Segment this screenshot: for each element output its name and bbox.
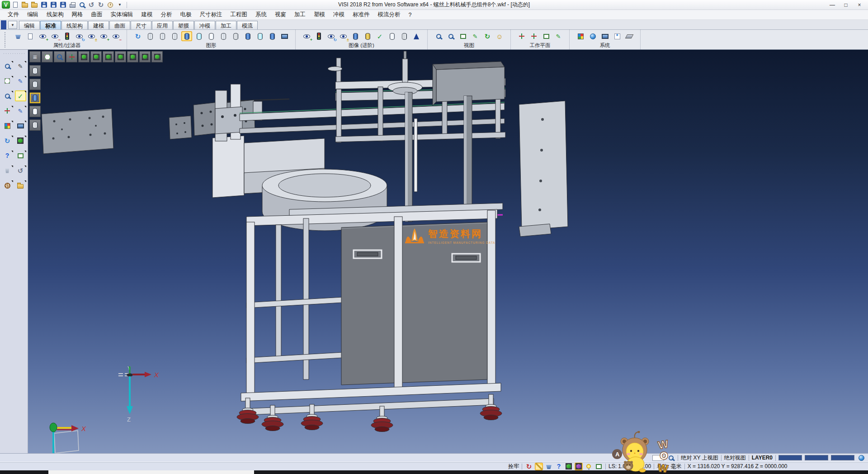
view-bottom-icon-glyph[interactable] <box>91 52 102 62</box>
tab-加工[interactable]: 加工 <box>216 21 236 29</box>
transparent-mode-icon[interactable] <box>206 31 217 41</box>
view-left-icon-glyph[interactable] <box>103 52 114 62</box>
adv-mesh-icon[interactable] <box>399 31 410 41</box>
menu-item-1[interactable]: 编辑 <box>23 10 42 19</box>
menu-item-8[interactable]: 电极 <box>176 10 196 19</box>
delete-entities-icon-glyph[interactable] <box>2 166 13 175</box>
hide-entities-icon[interactable]: − <box>49 31 60 41</box>
adv-shadow-icon[interactable] <box>411 31 422 41</box>
export-file-icon[interactable] <box>15 180 26 191</box>
zoom-all-icon[interactable] <box>433 31 444 41</box>
regen-graphics-icon[interactable]: ↻ <box>132 31 143 41</box>
shade-copy-icon[interactable] <box>267 31 278 41</box>
export-file-icon-glyph[interactable] <box>15 180 26 190</box>
view-back-icon[interactable] <box>139 51 151 62</box>
shade-hidden-line-icon[interactable] <box>29 79 41 90</box>
curve-edit-icon[interactable]: ✎ <box>15 105 26 116</box>
measure-distance-icon-glyph[interactable] <box>15 151 26 161</box>
view-annotate-icon[interactable]: ✎ <box>470 31 481 41</box>
snap-refresh-icon[interactable]: ↻ <box>525 463 533 470</box>
shaded-mode-icon[interactable] <box>181 31 192 41</box>
view-plane-icon[interactable] <box>458 31 468 41</box>
adv-visibility-icon[interactable]: + <box>301 31 312 41</box>
system-plane-icon[interactable] <box>624 31 635 41</box>
menu-item-14[interactable]: 塑模 <box>310 10 329 19</box>
lock-mode-label[interactable]: 拴牢 <box>508 463 519 470</box>
mesh-mode-icon[interactable] <box>230 31 241 41</box>
system-globe-icon[interactable] <box>587 31 598 41</box>
hide-all-icon[interactable]: − <box>110 31 121 41</box>
tab-线架构[interactable]: 线架构 <box>61 21 88 29</box>
shade-solid-icon-glyph[interactable] <box>30 93 41 103</box>
tab-曲面[interactable]: 曲面 <box>109 21 130 29</box>
shade-ghost-icon[interactable] <box>29 106 41 117</box>
wireframe-mode-icon[interactable] <box>145 31 156 41</box>
tab-模流[interactable]: 模流 <box>237 21 258 29</box>
view-left-icon[interactable] <box>103 51 114 62</box>
fill-attribute-icon[interactable] <box>545 463 553 470</box>
menu-item-17[interactable]: 模流分析 <box>374 10 405 19</box>
view-right-icon[interactable] <box>115 51 126 62</box>
maximize-button[interactable]: □ <box>839 1 853 9</box>
show-entities-icon[interactable]: + <box>37 31 48 41</box>
undo-action-icon[interactable]: ↺ <box>15 165 26 176</box>
zoom-window-icon[interactable] <box>54 51 65 62</box>
attribute-edit-icon[interactable] <box>13 31 24 41</box>
visi-logo[interactable]: V <box>2 1 10 9</box>
confirm-check-icon-glyph[interactable]: ✓ <box>15 91 26 101</box>
dashed-line-mode-icon[interactable] <box>169 31 180 41</box>
zoom-window-icon[interactable] <box>445 31 456 41</box>
menu-item-2[interactable]: 线架构 <box>42 10 68 19</box>
menu-item-9[interactable]: 尺寸标注 <box>196 10 226 19</box>
window-layout-icon-glyph[interactable] <box>15 121 26 131</box>
save-all-icon[interactable] <box>59 1 67 9</box>
menu-item-15[interactable]: 冲模 <box>329 10 349 19</box>
shaded-edge-mode-icon[interactable] <box>193 31 204 41</box>
menu-item-5[interactable]: 实体编辑 <box>107 10 137 19</box>
entity-search-icon-glyph[interactable] <box>2 61 13 71</box>
shade-wireframe-icon-glyph[interactable] <box>30 66 41 76</box>
close-button[interactable]: × <box>853 1 866 9</box>
selection-filter-icon[interactable] <box>61 31 72 41</box>
viewbar-menu-icon[interactable]: ≡ <box>29 51 41 62</box>
zoom-window-icon-glyph[interactable] <box>54 52 65 62</box>
dynamic-rotate-icon[interactable] <box>66 51 77 62</box>
shade-solid-icon[interactable] <box>29 92 41 104</box>
tab-编辑[interactable]: 编辑 <box>19 21 40 29</box>
entity-search-icon[interactable] <box>2 61 13 71</box>
save-icon[interactable] <box>40 1 48 9</box>
view-mode-label[interactable]: 绝对视图 <box>724 454 746 462</box>
solid-view-icon[interactable] <box>15 135 26 146</box>
view-right-icon-glyph[interactable] <box>115 52 126 62</box>
tab-冲模[interactable]: 冲模 <box>194 21 215 29</box>
erase-sketch-icon[interactable]: ✎ <box>15 61 26 71</box>
window-layout-icon[interactable] <box>15 120 26 131</box>
redo-icon[interactable]: ↻ <box>97 1 105 9</box>
context-help-icon[interactable]: ? <box>555 463 563 470</box>
highlight-bulb-icon[interactable] <box>585 463 593 470</box>
workplane-create-icon[interactable] <box>516 31 527 41</box>
shade-hidden-line-icon-glyph[interactable] <box>30 80 41 90</box>
view-front-icon-glyph[interactable] <box>127 52 138 62</box>
quick-access-options-icon[interactable]: ▼ <box>116 1 124 9</box>
menu-item-11[interactable]: 系统 <box>251 10 271 19</box>
view-orientation-label[interactable]: 绝对 XY 上视图 <box>681 454 718 462</box>
tab-塑膜[interactable]: 塑膜 <box>173 21 194 29</box>
system-display-icon[interactable] <box>599 31 610 41</box>
flat-mode-icon[interactable] <box>218 31 229 41</box>
tab-标准[interactable]: 标准 <box>40 21 61 29</box>
menu-item-7[interactable]: 分析 <box>157 10 176 19</box>
view-isometric-icon[interactable] <box>151 51 163 62</box>
shade-ghost-icon-glyph[interactable] <box>30 107 41 117</box>
view-face-icon[interactable]: ☺ <box>494 31 505 41</box>
selection-mode-icon-glyph[interactable] <box>42 52 53 62</box>
render-settings-icon[interactable] <box>279 31 290 41</box>
move-axis-icon[interactable] <box>2 105 13 116</box>
workplane-grid-icon[interactable] <box>541 31 552 41</box>
regenerate-icon-glyph[interactable]: ↻ <box>2 136 13 146</box>
attribute-preview-icon[interactable] <box>25 31 36 41</box>
zoom-selection-icon[interactable] <box>2 90 13 101</box>
view-front-icon[interactable] <box>127 51 138 62</box>
spline-draw-icon-glyph[interactable]: ✎ <box>15 76 26 86</box>
shade-wireframe-icon[interactable] <box>29 65 41 76</box>
